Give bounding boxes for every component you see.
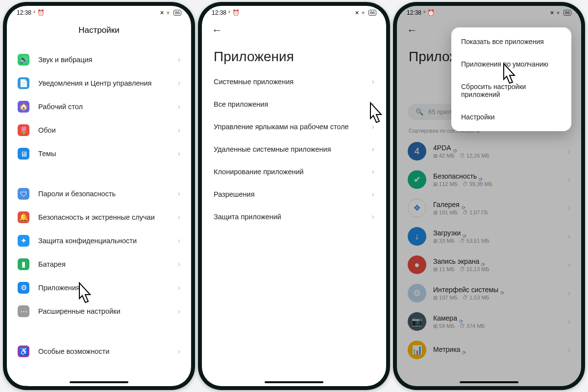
settings-item-label: Батарея — [38, 260, 178, 268]
menu-item[interactable]: Сбросить настройки приложений — [451, 75, 571, 106]
apps-settings-item[interactable]: Клонирование приложений› — [202, 161, 386, 183]
settings-item-accessibility[interactable]: ♿Особые возможности› — [7, 340, 191, 363]
app-row[interactable]: ⚙Интерфейс системы⊞ 197 МБ⏱ 1,53 МБ› — [397, 279, 581, 307]
notifications-icon: 📄 — [18, 77, 29, 89]
home-indicator — [70, 381, 128, 383]
status-time: 12:38 — [407, 9, 421, 16]
settings-item-label: Звук и вибрация — [38, 56, 178, 64]
app-row[interactable]: ↓Загрузки⊞ 33 МБ⏱ 53,51 МБ› — [397, 222, 581, 251]
menu-item[interactable]: Приложения по умолчанию — [451, 53, 571, 75]
settings-list: 🔊Звук и вибрация›📄Уведомления и Центр уп… — [7, 48, 191, 386]
ram-size: ⊞ 112 МБ — [433, 181, 458, 187]
wallpaper-icon: 🌷 — [18, 124, 29, 136]
ram-size: ⊞ 42 МБ — [433, 153, 455, 159]
advanced-icon: ⋯ — [18, 305, 29, 317]
settings-item-apps[interactable]: ⚙Приложения› — [7, 276, 191, 300]
dnd-icon: ᶻ — [228, 9, 230, 16]
apps-settings-item[interactable]: Системные приложения› — [202, 70, 386, 93]
storage-size: ⏱ 99,38 МБ — [463, 181, 492, 187]
settings-item-home[interactable]: 🏠Рабочий стол› — [7, 95, 191, 118]
ram-size: ⊞ 33 МБ — [433, 238, 455, 244]
chevron-right-icon: › — [372, 122, 374, 131]
app-icon: ↓ — [408, 227, 426, 246]
settings-item-label: Особые возможности — [38, 347, 178, 355]
app-meta: ⊞ 112 МБ⏱ 99,38 МБ — [433, 181, 561, 187]
app-row[interactable]: 📊Метрика› — [397, 336, 581, 364]
app-meta: ⊞ 59 МБ⏱ 374 МБ — [433, 323, 561, 329]
apps-settings-item[interactable]: Разрешения› — [202, 183, 386, 206]
phone-frame-2: 12:38 ᶻ ⏰ ✕ ᯤ 86 ← Приложения Системные … — [198, 2, 390, 390]
search-icon: 🔍 — [416, 108, 423, 115]
settings-item-label: Темы — [38, 150, 178, 158]
chevron-right-icon: › — [568, 260, 570, 269]
app-row[interactable]: ❖Галерея⊞ 181 МБ⏱ 1,07 ГБ› — [397, 194, 581, 222]
settings-item-themes[interactable]: 🖥Темы› — [7, 142, 191, 165]
app-name: Интерфейс системы — [433, 286, 561, 294]
app-icon: ⚙ — [408, 284, 426, 302]
item-label: Удаленные системные приложения — [214, 145, 372, 153]
phone-frame-1: 12:38 ᶻ ⏰ ✕ ᯤ 86 Настройки 🔊Звук и вибра… — [3, 2, 195, 390]
app-row[interactable]: 📷Камера⊞ 59 МБ⏱ 374 МБ› — [397, 307, 581, 336]
settings-item-label: Расширенные настройки — [38, 307, 178, 315]
apps-settings-item[interactable]: Удаленные системные приложения› — [202, 138, 386, 161]
app-icon: ● — [408, 255, 426, 274]
back-button[interactable]: ← — [407, 24, 417, 37]
apps-settings-list: Системные приложения›Все приложения›Упра… — [202, 70, 386, 228]
screen-2: 12:38 ᶻ ⏰ ✕ ᯤ 86 ← Приложения Системные … — [202, 6, 386, 386]
item-label: Системные приложения — [214, 78, 372, 86]
settings-item-wallpaper[interactable]: 🌷Обои› — [7, 118, 191, 142]
item-label: Разрешения — [214, 190, 372, 198]
alarm-icon: ⏰ — [232, 9, 240, 16]
app-icon: ✔ — [408, 170, 426, 189]
chevron-right-icon: › — [372, 100, 374, 109]
page-title: Настройки — [78, 25, 119, 35]
phone-frame-3: 12:38 ᶻ ⏰ ✕ ᯤ 86 ← Приложения 🗑 Удаление… — [393, 2, 585, 390]
app-name: Галерея — [433, 201, 561, 208]
chevron-right-icon: › — [568, 289, 570, 298]
settings-item-sound[interactable]: 🔊Звук и вибрация› — [7, 48, 191, 71]
apps-icon: ⚙ — [18, 282, 29, 294]
dnd-icon: ᶻ — [33, 9, 35, 16]
settings-item-privacy[interactable]: ✦Защита конфиденциальности› — [7, 229, 191, 253]
back-button[interactable]: ← — [212, 24, 222, 37]
app-icon: 4 — [408, 142, 426, 161]
item-label: Защита приложений — [214, 213, 372, 221]
status-bar: 12:38 ᶻ ⏰ ✕ ᯤ 86 — [202, 6, 386, 20]
apps-settings-item[interactable]: Все приложения› — [202, 93, 386, 115]
screen-1: 12:38 ᶻ ⏰ ✕ ᯤ 86 Настройки 🔊Звук и вибра… — [7, 6, 191, 386]
app-row[interactable]: 44PDA⊞ 42 МБ⏱ 12,26 МБ› — [397, 137, 581, 165]
home-indicator — [460, 381, 518, 383]
settings-item-notifications[interactable]: 📄Уведомления и Центр управления› — [7, 71, 191, 95]
home-indicator — [265, 381, 323, 383]
chevron-right-icon: › — [568, 346, 570, 354]
chevron-right-icon: › — [568, 175, 570, 184]
settings-item-emergency[interactable]: 🔔Безопасность и экстренные случаи› — [7, 206, 191, 229]
menu-item[interactable]: Показать все приложения — [451, 30, 571, 53]
ram-size: ⊞ 181 МБ — [433, 209, 458, 216]
app-row[interactable]: ✔Безопасность⊞ 112 МБ⏱ 99,38 МБ› — [397, 165, 581, 194]
app-name: Метрика — [433, 346, 561, 353]
battery-icon: 86 — [173, 10, 181, 16]
sound-icon: 🔊 — [18, 54, 29, 66]
app-row[interactable]: ●Запись экрана⊞ 11 МБ⏱ 15,13 МБ› — [397, 251, 581, 279]
app-icon: 📷 — [408, 312, 426, 331]
app-meta: ⊞ 11 МБ⏱ 15,13 МБ — [433, 266, 561, 273]
settings-item-battery[interactable]: ▮Батарея› — [7, 253, 191, 276]
wifi-icon: ᯤ — [166, 10, 172, 16]
settings-item-label: Обои — [38, 126, 178, 134]
apps-settings-item[interactable]: Защита приложений› — [202, 206, 386, 228]
apps-settings-item[interactable]: Управление ярлыками на рабочем столе› — [202, 115, 386, 138]
app-name: Запись экрана — [433, 257, 561, 265]
chevron-right-icon: › — [372, 77, 374, 86]
settings-item-advanced[interactable]: ⋯Расширенные настройки› — [7, 300, 191, 323]
settings-item-label: Уведомления и Центр управления — [38, 79, 178, 87]
chevron-right-icon: › — [178, 236, 180, 245]
menu-item[interactable]: Настройки — [451, 106, 571, 128]
ram-size: ⊞ 11 МБ — [433, 266, 455, 273]
chevron-right-icon: › — [178, 260, 180, 269]
chevron-right-icon: › — [178, 213, 180, 222]
app-name: Камера — [433, 314, 561, 322]
storage-size: ⏱ 15,13 МБ — [460, 266, 490, 273]
settings-item-passwords[interactable]: 🛡Пароли и безопасность› — [7, 182, 191, 206]
storage-size: ⏱ 53,51 МБ — [460, 238, 490, 244]
